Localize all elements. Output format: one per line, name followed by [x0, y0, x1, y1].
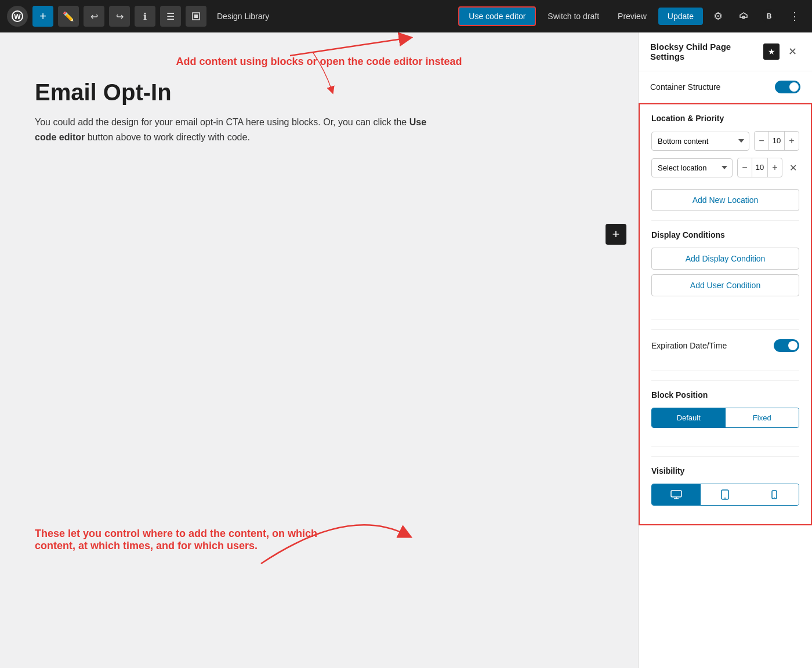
- blocksy-icon[interactable]: B: [759, 6, 780, 27]
- page-title: Email Opt-In: [35, 79, 603, 106]
- main-layout: Add content using blocks or open the cod…: [0, 32, 812, 668]
- sidebar-header-icons: ★ ✕: [763, 43, 800, 60]
- add-block-button[interactable]: +: [32, 6, 53, 27]
- svg-rect-3: [671, 491, 682, 497]
- add-new-location-button[interactable]: Add New Location: [651, 189, 799, 211]
- section-divider-1: [651, 220, 799, 221]
- block-position-section: Block Position Default Fixed: [651, 380, 799, 437]
- tablet-icon: [721, 489, 729, 500]
- toolbar: W + ✏️ ↩ ↪ ℹ ☰ Design Library Use code e…: [0, 0, 812, 32]
- fixed-position-button[interactable]: Fixed: [726, 408, 799, 427]
- bottom-annotation: These let you control where to add the c…: [35, 528, 360, 552]
- blocksy-button[interactable]: [186, 6, 206, 27]
- list-view-button[interactable]: ☰: [160, 6, 181, 27]
- bottom-content-minus-button[interactable]: −: [755, 132, 768, 150]
- section-divider-2: [651, 320, 799, 320]
- bottom-content-plus-button[interactable]: +: [785, 132, 799, 150]
- position-buttons: Default Fixed: [651, 408, 799, 428]
- add-block-in-editor-button[interactable]: +: [606, 224, 626, 245]
- container-structure-label: Container Structure: [650, 82, 720, 92]
- bottom-annotation-wrapper: These let you control where to add the c…: [35, 504, 360, 552]
- redo-button[interactable]: ↪: [109, 6, 130, 27]
- screencast-icon[interactable]: [733, 6, 754, 27]
- preview-button[interactable]: Preview: [611, 8, 654, 25]
- select-location-select[interactable]: Select location: [651, 158, 733, 177]
- sidebar: Blocksy Child Page Settings ★ ✕ Containe…: [638, 32, 812, 668]
- editor-area: Add content using blocks or open the cod…: [0, 32, 638, 668]
- bottom-content-value: 10: [768, 132, 785, 150]
- select-location-remove-button[interactable]: ✕: [787, 160, 799, 176]
- expiration-label: Expiration Date/Time: [651, 341, 727, 350]
- close-button[interactable]: ✕: [784, 43, 800, 60]
- visibility-buttons: [651, 484, 799, 506]
- select-location-minus-button[interactable]: −: [738, 158, 752, 177]
- select-location-plus-button[interactable]: +: [768, 158, 782, 177]
- more-options-icon[interactable]: ⋮: [784, 6, 805, 27]
- svg-point-5: [724, 498, 726, 499]
- highlighted-section: Location & Priority Bottom content − 10 …: [639, 103, 812, 525]
- design-library-button[interactable]: Design Library: [211, 8, 275, 24]
- bottom-content-row: Bottom content − 10 +: [651, 131, 799, 151]
- add-user-condition-button[interactable]: Add User Condition: [651, 274, 799, 296]
- select-location-value: 10: [752, 158, 768, 177]
- section-divider-4: [651, 446, 799, 447]
- visibility-section: Visibility: [651, 456, 799, 515]
- svg-point-7: [774, 497, 775, 498]
- display-conditions-section: Display Conditions Add Display Condition…: [651, 230, 799, 310]
- location-priority-title: Location & Priority: [651, 114, 799, 123]
- star-button[interactable]: ★: [763, 43, 780, 60]
- top-annotation: Add content using blocks or open the cod…: [35, 56, 603, 68]
- default-position-button[interactable]: Default: [652, 408, 726, 427]
- svg-text:W: W: [14, 13, 21, 21]
- mobile-icon: [771, 490, 777, 499]
- select-location-num-control: − 10 +: [737, 158, 782, 177]
- edit-button[interactable]: ✏️: [58, 6, 79, 27]
- info-button[interactable]: ℹ: [135, 6, 155, 27]
- container-structure-row: Container Structure: [639, 71, 812, 103]
- bottom-content-select[interactable]: Bottom content: [651, 132, 749, 151]
- visibility-mobile-button[interactable]: [750, 484, 799, 505]
- page-description: You could add the design for your email …: [35, 115, 441, 144]
- location-priority-section: Location & Priority Bottom content − 10 …: [651, 114, 799, 211]
- wp-logo[interactable]: W: [7, 6, 28, 27]
- design-library-label: Design Library: [217, 12, 269, 21]
- visibility-tablet-button[interactable]: [701, 484, 749, 505]
- section-divider-3: [651, 371, 799, 371]
- block-position-title: Block Position: [651, 390, 799, 400]
- container-structure-toggle[interactable]: [775, 81, 800, 93]
- settings-icon[interactable]: ⚙: [708, 6, 728, 27]
- undo-button[interactable]: ↩: [84, 6, 104, 27]
- expiration-row: Expiration Date/Time: [651, 329, 799, 361]
- sidebar-header: Blocksy Child Page Settings ★ ✕: [639, 32, 812, 71]
- update-button[interactable]: Update: [658, 8, 703, 25]
- bottom-content-num-control: − 10 +: [754, 131, 799, 151]
- sidebar-title: Blocksy Child Page Settings: [650, 42, 763, 61]
- select-location-row: Select location − 10 + ✕: [651, 158, 799, 177]
- use-code-editor-button[interactable]: Use code editor: [458, 6, 536, 26]
- toolbar-right: Use code editor Switch to draft Preview …: [458, 6, 805, 27]
- visibility-desktop-button[interactable]: [652, 484, 701, 505]
- expiration-toggle[interactable]: [774, 339, 799, 352]
- add-display-condition-button[interactable]: Add Display Condition: [651, 248, 799, 270]
- desktop-icon: [670, 490, 682, 499]
- visibility-title: Visibility: [651, 466, 799, 475]
- display-conditions-title: Display Conditions: [651, 230, 799, 239]
- switch-to-draft-button[interactable]: Switch to draft: [541, 8, 606, 25]
